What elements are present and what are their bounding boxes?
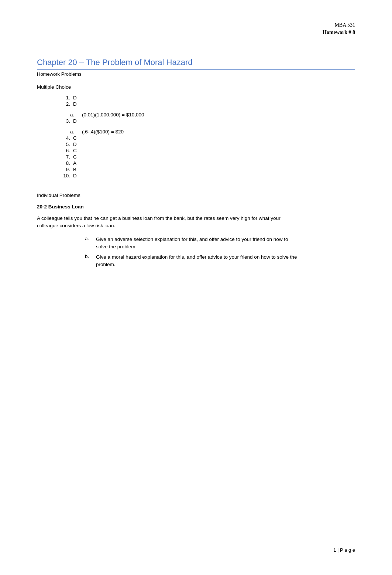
- mc-list-continued: 3. D: [59, 118, 355, 124]
- alpha-text: Give an adverse selection explanation fo…: [96, 236, 299, 251]
- alpha-label: b.: [85, 254, 93, 259]
- sub-item-2a: a. (0.01)(1,000,000) = $10,000: [70, 112, 355, 118]
- mc-list-rest: 4. C 5. D 6. C 7. C 8. A 9. B: [59, 135, 355, 178]
- page: MBA 531 Homework # 8 Chapter 20 – The Pr…: [0, 0, 392, 575]
- list-item: a. Give an adverse selection explanation…: [85, 236, 299, 251]
- item-answer: C: [73, 135, 77, 141]
- item-number: 4.: [59, 135, 70, 141]
- individual-problems-section: Individual Problems 20-2 Business Loan A…: [37, 193, 355, 269]
- list-item: 2. D: [59, 101, 355, 107]
- item-answer: D: [73, 142, 77, 147]
- chapter-title: Chapter 20 – The Problem of Moral Hazard: [37, 58, 355, 70]
- page-number: 1 | P a g e: [333, 547, 355, 553]
- item-number: 1.: [59, 95, 70, 101]
- item-answer: B: [73, 167, 76, 172]
- chapter-section: Chapter 20 – The Problem of Moral Hazard…: [37, 58, 355, 77]
- sub-text: (.6-.4)($100) = $20: [82, 129, 124, 135]
- sub-label: a.: [70, 112, 79, 118]
- item-answer: D: [73, 173, 77, 178]
- sub-text: (0.01)(1,000,000) = $10,000: [82, 112, 144, 118]
- homework-label: Homework # 8: [37, 30, 355, 35]
- list-item: 6. C: [59, 148, 355, 153]
- list-item: 10. D: [59, 173, 355, 178]
- problem-20-2: 20-2 Business Loan A colleague tells you…: [37, 204, 355, 269]
- item-number: 5.: [59, 142, 70, 147]
- item-number: 3.: [59, 118, 70, 124]
- item-number: 7.: [59, 154, 70, 160]
- item-number: 9.: [59, 167, 70, 172]
- sub-label: a.: [70, 129, 79, 135]
- problem-description: A colleague tells you that he can get a …: [37, 215, 303, 230]
- item-number: 10.: [59, 173, 70, 178]
- list-item: b. Give a moral hazard explanation for t…: [85, 254, 299, 269]
- chapter-subtitle: Homework Problems: [37, 71, 355, 77]
- problem-sub-list: a. Give an adverse selection explanation…: [85, 236, 355, 269]
- list-item: 1. D: [59, 95, 355, 101]
- alpha-label: a.: [85, 236, 93, 241]
- item-number: 8.: [59, 160, 70, 166]
- sub-item-3a: a. (.6-.4)($100) = $20: [70, 129, 355, 135]
- multiple-choice-label: Multiple Choice: [37, 84, 355, 90]
- list-item: 7. C: [59, 154, 355, 160]
- alpha-text: Give a moral hazard explanation for this…: [96, 254, 299, 269]
- individual-problems-label: Individual Problems: [37, 193, 355, 198]
- item-answer: D: [73, 101, 77, 107]
- course-label: MBA 531: [37, 22, 355, 28]
- item-answer: A: [73, 160, 76, 166]
- list-item: 8. A: [59, 160, 355, 166]
- header: MBA 531 Homework # 8: [37, 22, 355, 35]
- item-answer: C: [73, 154, 77, 160]
- list-item: 9. B: [59, 167, 355, 172]
- multiple-choice-section: Multiple Choice 1. D 2. D a. (0.01)(1,00…: [37, 84, 355, 178]
- item-number: 6.: [59, 148, 70, 153]
- page-footer: 1 | P a g e: [333, 547, 355, 553]
- item-answer: D: [73, 118, 77, 124]
- list-item: 5. D: [59, 142, 355, 147]
- item-answer: C: [73, 148, 77, 153]
- problem-title: 20-2 Business Loan: [37, 204, 355, 210]
- item-answer: D: [73, 95, 77, 101]
- item-number: 2.: [59, 101, 70, 107]
- mc-list: 1. D 2. D: [59, 95, 355, 107]
- list-item: 3. D: [59, 118, 355, 124]
- list-item: 4. C: [59, 135, 355, 141]
